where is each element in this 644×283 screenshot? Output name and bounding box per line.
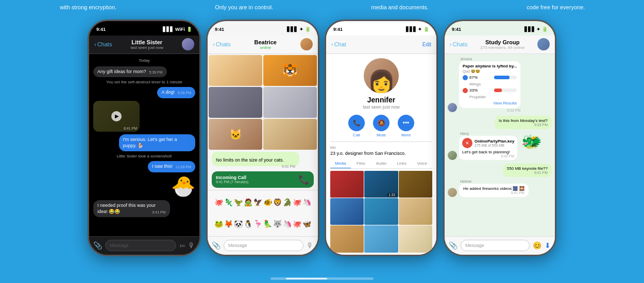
contact-status-2: online [230,45,300,50]
message-input-2[interactable]: Message [224,240,303,251]
message-sent-3: I saw this! 11:09 PM [148,161,195,172]
tab-files[interactable]: Files [351,159,371,168]
phone-3: 9:41 ▋▋▋ ✦ 🔋 ‹ Chat Edit 👩 [325,20,438,267]
message-input-1[interactable]: Message [105,240,176,251]
group-msg-jessica: Jessica Paper airplane is lyfted by... Q… [448,57,552,112]
message-sent-1: A dog! 5:39 PM [157,87,195,98]
cat-photo-1 [209,55,262,86]
profile-status: last seen just now [363,104,400,110]
tab-links[interactable]: Links [392,159,412,168]
profile-avatar: 👩 [364,58,399,93]
signal-icon: ▋▋▋ [163,27,174,32]
cat-photo-5: 🐱 [209,119,262,150]
tab-media[interactable]: Media [330,159,351,168]
media-cell-2[interactable]: 1:32 [364,171,398,198]
more-button[interactable]: ••• More [398,115,414,137]
contact-status-1: last seen just now [112,45,182,50]
sticker-panel: 🐙🦎🦖🧟🦅 🐠🦁🐊🐙🦄 🐸🦊🐼🐧🦩 🦜🐺🦄🐙🦋 [208,190,318,236]
status-time-3: 9:41 [333,27,343,32]
system-msg-2: Little Sister took a screenshot! [93,154,195,158]
battery-icon-2: 🔋 [305,27,311,32]
group-msg-helene: Helene He added fireworks videos 🎆 🎇 9:4… [448,180,552,197]
system-msg-1: You set the self-destruct timer to 1 min… [93,80,195,84]
tab-voice[interactable]: Voice [412,159,432,168]
group-msg-keynote: 550 MB keynote file?? 9:41 PM [448,164,552,177]
contact-avatar-1[interactable] [182,38,194,50]
back-button-2[interactable]: ‹ Chats [213,41,230,47]
emoji-icon-4[interactable]: 😊 [533,241,541,250]
back-button-3[interactable]: ‹ Chat [331,41,346,47]
attachment-icon-1[interactable]: 📎 [93,241,102,250]
media-cell-6[interactable] [399,198,432,225]
phone-1: 9:41 ▋▋▋ WiFi 🔋 ‹ Chats Little Sister la… [88,20,201,267]
contact-name-1: Little Sister [112,39,182,45]
message-sent-2: I'm serious. Let's get her a puppy. 🐕 [119,134,196,151]
group-avatar[interactable] [537,38,550,50]
download-icon-4[interactable]: ⬇ [545,241,551,250]
group-name: Study Group [467,39,537,45]
phone-ring-icon: 📞 [298,174,310,185]
mute-button[interactable]: 🔕 Mute [373,115,389,137]
attachment-icon-2[interactable]: 📎 [212,241,221,250]
attachment-icon-4[interactable]: 📎 [449,241,457,250]
caption-1: with strong encryption. [19,4,158,10]
tab-audio[interactable]: Audio [371,159,392,168]
signal-icon-2: ▋▋▋ [287,27,298,32]
media-cell-8[interactable] [364,225,398,252]
media-cell-1[interactable] [330,171,364,198]
scrollbar-thumb[interactable] [286,278,327,279]
phone-2: 9:41 ▋▋▋ ✦ 🔋 ‹ Chats Beatrice online [206,20,319,267]
view-results-btn[interactable]: View Results [463,101,517,105]
media-cell-5[interactable] [364,198,398,225]
wifi-icon: WiFi [175,27,185,32]
timer-label: 1m [179,243,185,248]
message-input-4[interactable]: Message [461,240,530,251]
media-cell-7[interactable] [330,225,364,252]
bio-text: 23 y.o. designer from San Francisco. [330,151,432,156]
contact-name-2: Beatrice [230,39,300,45]
wifi-icon-2: ✦ [299,27,303,32]
caption-4: code free for everyone. [486,4,625,10]
mic-icon-2[interactable]: 🎙 [307,241,314,250]
edit-button[interactable]: Edit [422,42,431,47]
group-msg-question: Is this from Monday's test? 9:33 PM [448,116,552,129]
cat-photo-2: 🐯 [263,55,317,86]
bio-label: bio [330,145,432,150]
group-sub: 273 members, 84 online [467,45,537,50]
call-button[interactable]: 📞 Call [348,115,365,137]
profile-name: Jennifer [367,96,395,104]
caption-3: media and documents. [330,4,469,10]
caption-2: Only you are in control. [175,4,314,10]
media-cell-4[interactable] [330,198,364,225]
status-time-1: 9:41 [96,27,106,32]
chat-bubble-caption: No limits on the size of your cats. 9:41… [212,152,299,166]
battery-icon: 🔋 [187,27,192,32]
media-cell-9[interactable] [399,225,432,252]
message-received-2: I needed proof this was your idea! 😂😂9:4… [93,200,170,217]
media-cell-3[interactable] [399,171,432,198]
avatar-helene [448,188,457,197]
poll-bubble: Paper airplane is lyfted by... Quiz 🤓🤓 6… [459,61,520,108]
action-buttons: 📞 Call 🔕 Mute ••• More [348,115,414,137]
status-time-4: 9:41 [452,27,461,32]
sticker-dragon: 🐲 [521,132,542,151]
avatar-harry [448,151,457,160]
back-button-1[interactable]: ‹ Chats [94,41,112,47]
incoming-call[interactable]: Incoming Call 9:41 PM (7 minutes) 📞 [212,171,314,188]
file-cancel-icon: ✕ [462,138,472,148]
cat-photo-4 [263,87,317,118]
avatar-jessica [448,103,457,112]
mic-icon-1[interactable]: 🎙 [188,241,195,250]
cat-photo-3 [209,87,262,118]
video-bubble[interactable]: ▶ 8:41 PM [93,101,140,132]
group-msg-harry: Harry ✕ OnlinePartyPlan.key 275 MB of 55… [448,132,552,160]
contact-avatar-2[interactable] [300,38,313,50]
message-received-1: Any gift ideas for mom? 5:39 PM [93,66,167,78]
sticker-1: 🐣 [171,175,195,198]
cat-photo-6 [263,119,317,150]
date-label: Today [93,58,195,63]
back-button-4[interactable]: ‹ Chats [450,41,467,47]
phone-4: 9:41 ▋▋▋ ✦ 🔋 ‹ Chats Study Group 273 mem… [443,20,556,267]
status-time-2: 9:41 [215,27,224,32]
